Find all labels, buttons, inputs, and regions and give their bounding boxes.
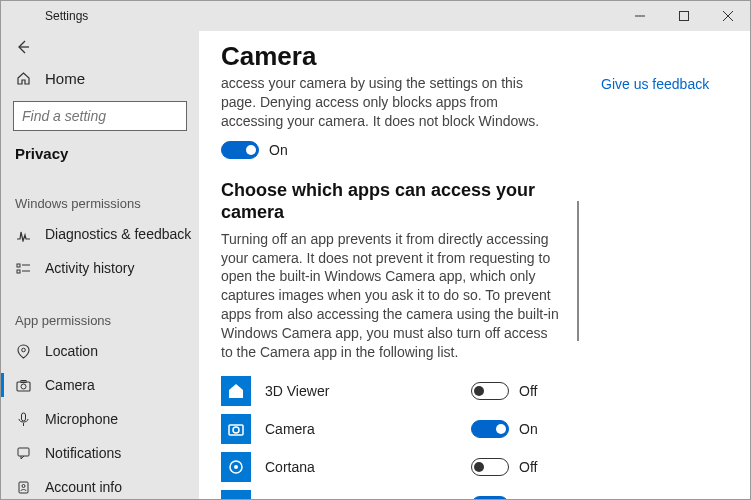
app-row: 3D ViewerOff	[221, 372, 561, 410]
sidebar-item-microphone[interactable]: Microphone	[1, 402, 199, 436]
titlebar: Settings	[1, 1, 750, 31]
app-title: Settings	[1, 9, 88, 23]
sidebar-item-label: Account info	[45, 479, 122, 495]
svg-rect-1	[680, 12, 689, 21]
notifications-icon	[15, 445, 31, 461]
svg-rect-8	[17, 270, 20, 273]
svg-rect-17	[18, 448, 29, 456]
minimize-button[interactable]	[618, 1, 662, 31]
activity-icon	[15, 260, 31, 276]
home-icon	[15, 70, 31, 86]
app-row: CortanaOff	[221, 448, 561, 486]
content-area: Camera access your camera by using the s…	[199, 31, 579, 499]
sidebar-item-account[interactable]: Account info	[1, 470, 199, 499]
sidebar-item-label: Location	[45, 343, 98, 359]
location-icon	[15, 343, 31, 359]
svg-point-29	[233, 427, 239, 433]
app-toggle-label: Off	[519, 383, 537, 399]
sidebar-item-label: Notifications	[45, 445, 121, 461]
apps-subhead: Choose which apps can access your camera	[221, 179, 561, 224]
home-label: Home	[45, 70, 85, 87]
app-toggle[interactable]	[471, 496, 509, 499]
svg-point-11	[21, 348, 25, 352]
sidebar-item-label: Camera	[45, 377, 95, 393]
page-title: Camera	[221, 41, 561, 72]
app-icon	[221, 490, 251, 499]
svg-point-13	[21, 384, 26, 389]
app-toggle[interactable]	[471, 458, 509, 476]
svg-marker-27	[229, 384, 243, 390]
microphone-icon	[15, 411, 31, 427]
account-icon	[15, 479, 31, 495]
maximize-button[interactable]	[662, 1, 706, 31]
app-name: Cortana	[265, 459, 471, 475]
camera-access-toggle[interactable]	[221, 141, 259, 159]
app-icon	[221, 452, 251, 482]
app-toggle[interactable]	[471, 420, 509, 438]
sidebar-item-camera[interactable]: Camera	[1, 368, 199, 402]
sidebar: Home Privacy Windows permissions Diagnos…	[1, 31, 199, 499]
page-intro: access your camera by using the settings…	[221, 74, 561, 131]
app-row: CameraOn	[221, 410, 561, 448]
sidebar-item-diagnostics[interactable]: Diagnostics & feedback	[1, 217, 199, 251]
app-toggle-label: On	[519, 497, 538, 499]
group-app-permissions: App permissions	[1, 307, 199, 334]
scrollbar[interactable]	[577, 201, 579, 341]
app-toggle[interactable]	[471, 382, 509, 400]
close-button[interactable]	[706, 1, 750, 31]
svg-point-31	[234, 465, 238, 469]
sidebar-item-label: Diagnostics & feedback	[45, 226, 191, 242]
sidebar-item-notifications[interactable]: Notifications	[1, 436, 199, 470]
camera-access-toggle-label: On	[269, 142, 288, 158]
app-icon	[221, 414, 251, 444]
aside: Give us feedback	[579, 31, 750, 499]
search-input[interactable]	[22, 108, 199, 124]
app-name: 3D Viewer	[265, 383, 471, 399]
sidebar-item-activity[interactable]: Activity history	[1, 251, 199, 285]
app-toggle-label: On	[519, 421, 538, 437]
diagnostics-icon	[15, 226, 31, 242]
sidebar-item-location[interactable]: Location	[1, 334, 199, 368]
back-arrow-icon	[15, 39, 31, 55]
home-button[interactable]: Home	[1, 61, 199, 95]
svg-rect-12	[17, 382, 30, 391]
svg-point-19	[22, 484, 25, 487]
back-button[interactable]	[1, 33, 199, 61]
group-windows-permissions: Windows permissions	[1, 190, 199, 217]
camera-icon	[15, 377, 31, 393]
apps-subdesc: Turning off an app prevents it from dire…	[221, 230, 561, 362]
svg-rect-7	[17, 264, 20, 267]
feedback-link[interactable]: Give us feedback	[601, 76, 709, 92]
app-name: Desktop App Web Viewer	[265, 497, 471, 499]
app-icon	[221, 376, 251, 406]
section-privacy: Privacy	[1, 139, 199, 168]
app-row: Desktop App Web ViewerOn	[221, 486, 561, 499]
app-toggle-label: Off	[519, 459, 537, 475]
sidebar-item-label: Activity history	[45, 260, 134, 276]
app-name: Camera	[265, 421, 471, 437]
svg-rect-26	[229, 390, 243, 398]
svg-rect-15	[21, 413, 25, 421]
sidebar-item-label: Microphone	[45, 411, 118, 427]
search-box[interactable]	[13, 101, 187, 131]
